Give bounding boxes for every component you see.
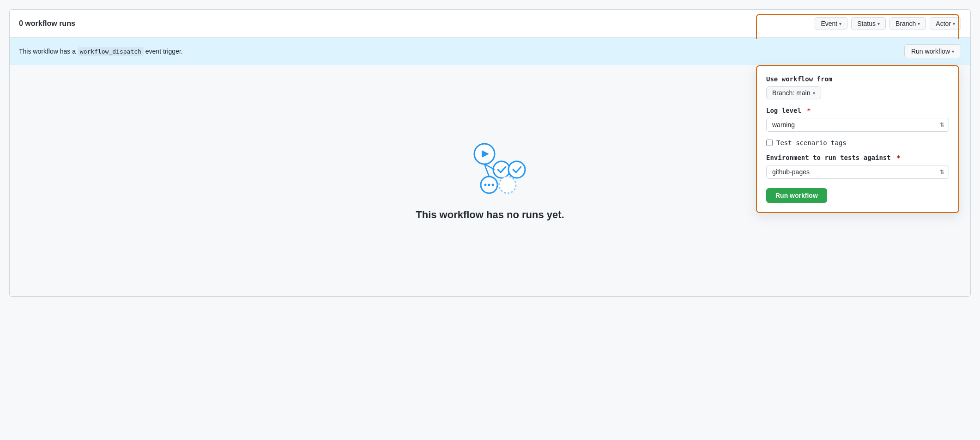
workflow-illustration [453,141,527,198]
dispatch-text-after: event trigger. [145,48,183,55]
use-workflow-from-label: Use workflow from [766,75,949,83]
branch-selector-button[interactable]: Branch: main ▾ [766,86,821,99]
run-workflow-submit-button[interactable]: Run workflow [766,188,827,203]
run-workflow-dropdown-panel: Use workflow from Branch: main ▾ Log lev… [756,65,959,213]
event-filter-label: Event [821,20,837,27]
svg-point-5 [484,183,487,186]
empty-state-title: This workflow has no runs yet. [416,209,564,221]
dispatch-code: workflow_dispatch [78,47,144,56]
log-level-section: Log level * warning debug info error ⇅ [766,107,949,132]
dispatch-banner: This workflow has a workflow_dispatch ev… [10,38,970,65]
status-filter-label: Status [857,20,876,27]
environment-select[interactable]: github-pages staging production [766,165,949,179]
test-scenario-tags-label[interactable]: Test scenario tags [776,139,847,147]
log-level-select-wrapper: warning debug info error ⇅ [766,118,949,132]
content-area: This workflow has no runs yet. Use workf… [10,65,970,296]
svg-point-6 [488,183,490,186]
svg-point-2 [493,161,510,178]
dispatch-text: This workflow has a workflow_dispatch ev… [19,48,183,55]
status-chevron-icon: ▾ [877,21,880,26]
environment-select-wrapper: github-pages staging production ⇅ [766,165,949,179]
use-workflow-from-section: Use workflow from Branch: main ▾ [766,75,949,99]
filter-buttons: Event ▾ Status ▾ Branch ▾ Actor ▾ [815,17,961,30]
header-row: 0 workflow runs Event ▾ Status ▾ Branch … [10,10,970,38]
log-level-label: Log level * [766,107,949,114]
log-level-select[interactable]: warning debug info error [766,118,949,132]
run-workflow-header-label: Run workflow [911,48,950,55]
status-filter-button[interactable]: Status ▾ [851,17,886,30]
branch-filter-label: Branch [895,20,916,27]
branch-chevron-icon: ▾ [918,21,920,26]
workflow-runs-count: 0 workflow runs [19,19,75,28]
actor-filter-label: Actor [936,20,951,27]
dispatch-text-before: This workflow has a [19,48,76,55]
run-workflow-chevron-icon: ▾ [952,49,954,54]
environment-required: * [896,154,900,161]
environment-label: Environment to run tests against * [766,154,949,161]
test-scenario-tags-checkbox[interactable] [766,140,773,146]
run-workflow-header-button[interactable]: Run workflow ▾ [904,44,961,58]
actor-chevron-icon: ▾ [953,21,955,26]
svg-point-7 [492,183,494,186]
log-level-required: * [807,107,811,114]
branch-filter-button[interactable]: Branch ▾ [889,17,926,30]
branch-selector-label: Branch: main [772,89,810,97]
svg-point-3 [508,161,525,178]
actor-filter-button[interactable]: Actor ▾ [930,17,961,30]
branch-selector-chevron-icon: ▾ [813,91,815,96]
event-filter-button[interactable]: Event ▾ [815,17,847,30]
test-scenario-tags-row: Test scenario tags [766,139,949,147]
environment-section: Environment to run tests against * githu… [766,154,949,179]
event-chevron-icon: ▾ [839,21,841,26]
